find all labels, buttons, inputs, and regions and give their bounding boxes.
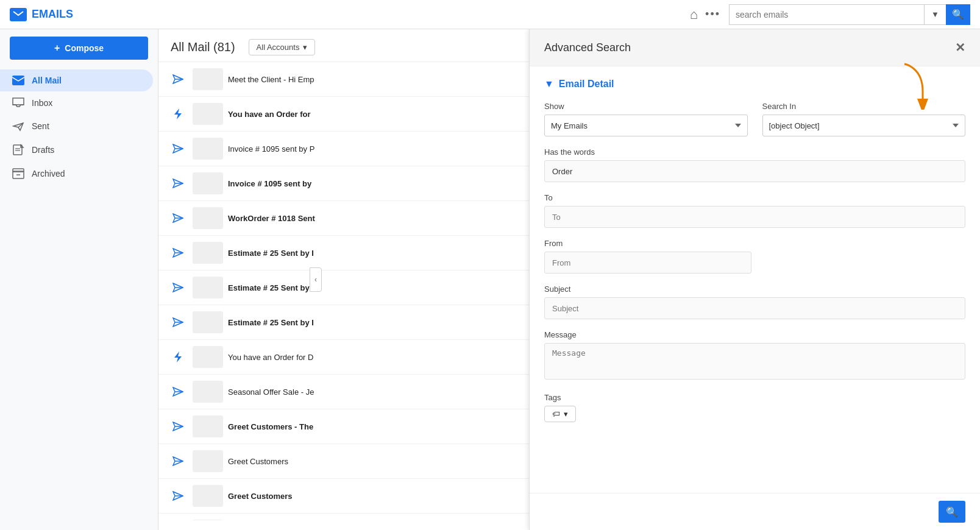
home-icon[interactable]: ⌂ (690, 7, 698, 23)
email-subject-text: Invoice # 1095 sent by P (228, 144, 314, 154)
app-title: EMAILS (32, 8, 73, 21)
email-list-title: All Mail (81) (171, 40, 235, 54)
sidebar-item-label: Drafts (32, 145, 54, 155)
send-icon (168, 74, 188, 84)
adv-section-header: ▼ Email Detail (544, 79, 965, 90)
subject-label: Subject (544, 284, 965, 294)
email-avatar (193, 277, 223, 299)
has-words-label: Has the words (544, 147, 965, 157)
search-input[interactable] (729, 4, 924, 25)
topbar: EMAILS ⌂ ••• ▼ 🔍 (0, 0, 980, 29)
svg-marker-9 (174, 108, 182, 119)
all-accounts-filter[interactable]: All Accounts ▾ (249, 39, 316, 55)
email-list-area: ‹ All Mail (81) All Accounts ▾ Meet the … (158, 29, 980, 530)
all-mail-icon (12, 76, 24, 85)
search-dropdown-btn[interactable]: ▼ (924, 4, 946, 25)
tags-dropdown-icon: ▾ (564, 409, 568, 419)
sidebar-item-label: Inbox (32, 98, 52, 108)
email-avatar (193, 346, 223, 368)
email-avatar (193, 415, 223, 437)
sidebar-item-label: Archived (32, 169, 65, 178)
adv-section-title: Email Detail (559, 79, 614, 90)
search-in-select[interactable]: [object Object] (762, 115, 966, 136)
sent-icon (12, 121, 24, 132)
subject-input[interactable] (544, 297, 965, 319)
adv-search-title: Advanced Search (544, 41, 631, 54)
send-icon (168, 283, 188, 292)
filter-dropdown-icon: ▾ (303, 43, 307, 52)
email-avatar (193, 68, 223, 90)
sidebar-item-inbox[interactable]: Inbox (0, 91, 153, 115)
show-search-row: Show My Emails All Emails Unread Read Se… (544, 102, 965, 136)
sidebar-item-archived[interactable]: Archived (0, 162, 153, 185)
email-subject-text: Seasonal Offer Sale - Je (228, 387, 314, 397)
sidebar-item-sent[interactable]: Sent (0, 115, 153, 138)
to-label: To (544, 193, 965, 202)
send-icon (168, 213, 188, 223)
drafts-icon (12, 144, 24, 156)
email-subject-text: Meet the Client - Hi Emp (228, 75, 314, 84)
archived-icon (12, 168, 24, 179)
tags-button[interactable]: 🏷 ▾ (544, 406, 576, 422)
section-toggle-icon[interactable]: ▼ (544, 79, 554, 90)
all-accounts-label: All Accounts (257, 43, 300, 52)
email-avatar (193, 311, 223, 333)
app-logo: EMAILS (10, 8, 73, 21)
send-icon (168, 387, 188, 397)
search-submit-btn[interactable]: 🔍 (946, 4, 970, 25)
show-select[interactable]: My Emails All Emails Unread Read (544, 115, 748, 136)
svg-rect-6 (13, 169, 24, 172)
search-in-field: Search In [object Object] (762, 102, 966, 136)
collapse-icon: ‹ (314, 275, 317, 284)
send-icon (168, 491, 188, 501)
email-avatar (193, 207, 223, 229)
to-input[interactable] (544, 206, 965, 228)
to-row: To (544, 193, 965, 228)
from-input[interactable] (544, 252, 751, 274)
email-subject-text: Greet Customers - The (228, 422, 313, 431)
adv-search-body: ▼ Email Detail Show My Emails All Emails… (530, 66, 980, 445)
logo-icon (10, 8, 27, 21)
email-subject-text: Greet Customers (228, 457, 288, 466)
send-icon (168, 144, 188, 154)
email-subject-text: Estimate # 25 Sent by I (228, 318, 314, 327)
send-icon (168, 248, 188, 258)
email-avatar (193, 450, 223, 472)
bolt-icon (168, 351, 188, 363)
compose-button[interactable]: + Compose (10, 37, 148, 60)
message-input[interactable] (544, 343, 965, 380)
sidebar-item-drafts[interactable]: Drafts (0, 138, 153, 162)
sidebar-item-label: Sent (32, 121, 49, 131)
bolt-icon (168, 108, 188, 120)
advanced-search-panel: Advanced Search ✕ ▼ Email Detail Show My… (529, 29, 980, 530)
sidebar-item-all-mail[interactable]: All Mail (0, 69, 153, 91)
has-words-input[interactable] (544, 160, 965, 182)
email-avatar (193, 381, 223, 403)
message-label: Message (544, 330, 965, 339)
compose-plus-icon: + (54, 43, 60, 54)
search-in-label: Search In (762, 102, 966, 111)
compose-label: Compose (65, 43, 104, 53)
adv-search-submit-icon: 🔍 (946, 506, 958, 518)
send-icon (168, 178, 188, 188)
svg-rect-1 (12, 76, 24, 85)
send-icon (168, 456, 188, 466)
main-layout: + Compose All Mail Inbox Sent Draf (0, 29, 980, 530)
send-icon (168, 317, 188, 327)
sidebar-item-label: All Mail (32, 76, 62, 85)
inbox-icon (12, 97, 24, 108)
tags-label: Tags (544, 393, 965, 402)
from-row: From (544, 239, 965, 274)
tags-row: Tags 🏷 ▾ (544, 393, 965, 422)
sidebar-collapse-btn[interactable]: ‹ (310, 267, 322, 292)
more-icon[interactable]: ••• (705, 8, 720, 21)
email-avatar (193, 242, 223, 264)
adv-search-submit-btn[interactable]: 🔍 (939, 501, 965, 523)
sidebar: + Compose All Mail Inbox Sent Draf (0, 29, 158, 530)
send-icon (168, 422, 188, 431)
adv-close-button[interactable]: ✕ (955, 40, 965, 55)
email-subject-text: You have an Order for D (228, 353, 313, 362)
adv-search-header: Advanced Search ✕ (530, 29, 980, 66)
show-label: Show (544, 102, 748, 111)
email-avatar (193, 172, 223, 194)
